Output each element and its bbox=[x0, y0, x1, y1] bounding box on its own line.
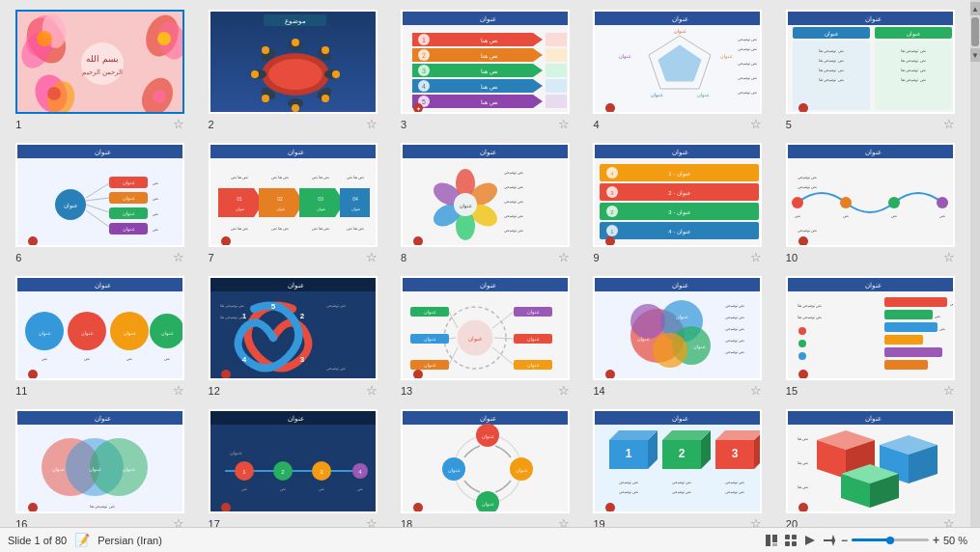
slide-thumbnail[interactable]: موضوع bbox=[209, 10, 378, 114]
slide-thumbnail[interactable]: عنوان 1 2 bbox=[593, 409, 762, 513]
star-icon[interactable]: ☆ bbox=[750, 117, 762, 131]
star-icon[interactable]: ☆ bbox=[366, 250, 378, 264]
slide-thumbnail[interactable]: عنوان عنوان عنوان عنوان عنوان عنوان bbox=[401, 276, 570, 380]
svg-text:نص: نص bbox=[891, 213, 897, 218]
svg-point-353 bbox=[605, 503, 615, 512]
scroll-thumb[interactable] bbox=[971, 17, 979, 46]
star-icon[interactable]: ☆ bbox=[558, 516, 570, 527]
svg-text:عنوان: عنوان bbox=[864, 415, 881, 423]
slide-label-row: 16 ☆ bbox=[15, 516, 184, 527]
slide-item[interactable]: عنوان 01 عنوان 02 عنوان 03 عنوان bbox=[202, 143, 382, 264]
svg-rect-301 bbox=[210, 411, 378, 513]
slide-item[interactable]: عنوان عنوان عنوان عنوان نص توضيحي هنا bbox=[10, 409, 190, 527]
slide-thumbnail[interactable]: عنوان عنوان عنوان عنوان عنوان نص نص نص bbox=[15, 276, 184, 380]
star-icon[interactable]: ☆ bbox=[750, 383, 762, 398]
slides-panel[interactable]: بسم الله الرحمن الرحيم 1 ☆ bbox=[0, 0, 970, 527]
slide-item[interactable]: عنوان عنوان عنوان عنوان عنوان bbox=[395, 409, 575, 527]
zoom-out-button[interactable]: − bbox=[841, 534, 848, 547]
star-icon[interactable]: ☆ bbox=[173, 383, 184, 398]
slide-item[interactable]: عنوان bbox=[780, 409, 961, 527]
svg-text:عنوان: عنوان bbox=[697, 92, 710, 98]
slide-item[interactable]: عنوان نص توضيحي هنا نص توضيحي هنا نص نص … bbox=[780, 276, 961, 398]
svg-marker-58 bbox=[412, 95, 543, 108]
svg-text:01: 01 bbox=[237, 196, 242, 202]
star-icon[interactable]: ☆ bbox=[750, 516, 762, 527]
scroll-up-button[interactable]: ▲ bbox=[970, 2, 980, 15]
slide-thumbnail[interactable]: عنوان عنوان عنوان عنوان نص توضيحي هنا bbox=[15, 409, 184, 513]
slide-item[interactable]: عنوان عنوان عنوان عنوان عنوان عنوان نص ت… bbox=[587, 10, 768, 131]
zoom-in-button[interactable]: + bbox=[933, 534, 939, 547]
slide-item[interactable]: عنوان عنوان عنوان عنوان نص توضيحي نص bbox=[587, 276, 768, 398]
slide-thumbnail[interactable]: عنوان عنوان عنوان عنوان نص توضيحي نص bbox=[593, 276, 762, 380]
vertical-scrollbar[interactable]: ▲ ▼ bbox=[970, 0, 980, 527]
slide-thumbnail[interactable]: عنوان 1 2 3 4 عنوان نص bbox=[209, 409, 378, 513]
slide-item[interactable]: عنوان نص توضيحي نص توضيحي نص نص bbox=[780, 143, 961, 264]
star-icon[interactable]: ☆ bbox=[943, 516, 955, 527]
scroll-down-button[interactable]: ▼ bbox=[970, 48, 980, 62]
svg-text:عنوان: عنوان bbox=[423, 362, 435, 369]
normal-view-icon[interactable] bbox=[764, 533, 779, 548]
slide-number: 4 bbox=[593, 119, 599, 130]
star-icon[interactable]: ☆ bbox=[943, 117, 955, 131]
slide-thumbnail[interactable]: عنوان عنوان عنوان عنوان عنوان عنوان نص ت… bbox=[593, 10, 762, 114]
slide-thumbnail[interactable]: عنوان نص توضيحي هنا نص توضيحي هنا نص نص … bbox=[786, 276, 955, 380]
slide-thumbnail[interactable]: بسم الله الرحمن الرحيم bbox=[15, 10, 184, 114]
slide-item[interactable]: موضوع bbox=[202, 10, 382, 131]
svg-rect-375 bbox=[785, 541, 790, 546]
slide-thumbnail[interactable]: عنوان عنوان - 1 عنوان - 2 عنوان - 3 عنوا… bbox=[593, 143, 762, 247]
star-icon[interactable]: ☆ bbox=[558, 250, 570, 264]
svg-point-13 bbox=[47, 87, 61, 100]
star-icon[interactable]: ☆ bbox=[558, 383, 570, 398]
star-icon[interactable]: ☆ bbox=[558, 117, 570, 131]
svg-text:نص توضيحي هنا: نص توضيحي هنا bbox=[798, 303, 822, 308]
slide-item[interactable]: عنوان 1 نص هنا 2 نص هنا bbox=[395, 10, 575, 131]
slide-item[interactable]: عنوان عنوان نص تو bbox=[395, 143, 575, 264]
slide-item[interactable]: عنوان 1 2 bbox=[587, 409, 768, 527]
notes-icon[interactable]: 📝 bbox=[74, 533, 90, 547]
svg-text:عنوان: عنوان bbox=[672, 282, 688, 290]
svg-text:نص هنا نص: نص هنا نص bbox=[311, 175, 328, 179]
slide-thumbnail[interactable]: عنوان 01 عنوان 02 عنوان 03 عنوان bbox=[209, 143, 378, 247]
star-icon[interactable]: ☆ bbox=[366, 383, 378, 398]
svg-text:نص: نص bbox=[84, 356, 90, 361]
star-icon[interactable]: ☆ bbox=[173, 117, 184, 131]
svg-point-286 bbox=[798, 327, 806, 335]
star-icon[interactable]: ☆ bbox=[173, 250, 184, 264]
slide-item[interactable]: عنوان عنوان عنوان عنوان عنوان عنوان bbox=[395, 276, 575, 398]
slide-thumbnail[interactable]: عنوان 1 2 3 4 5 نص تو bbox=[209, 276, 378, 380]
settings-icon[interactable] bbox=[822, 533, 837, 548]
star-icon[interactable]: ☆ bbox=[366, 117, 378, 131]
slide-item[interactable]: عنوان 1 2 3 4 5 نص تو bbox=[202, 276, 382, 398]
slide-item[interactable]: عنوان عنوان عنوان عنوان عنوان نص نص نص bbox=[10, 276, 190, 398]
star-icon[interactable]: ☆ bbox=[173, 516, 184, 527]
star-icon[interactable]: ☆ bbox=[943, 250, 955, 264]
slide-thumbnail[interactable]: عنوان عنوان نص تو bbox=[401, 143, 570, 247]
slide-label-row: 11 ☆ bbox=[15, 383, 184, 398]
presentation-icon[interactable] bbox=[802, 533, 818, 548]
slide-item[interactable]: عنوان 1 2 3 4 عنوان نص bbox=[202, 409, 382, 527]
svg-point-191 bbox=[792, 197, 803, 208]
svg-text:نص: نص bbox=[319, 486, 324, 491]
slide-thumbnail[interactable]: عنوان عنوان عنوان عنوان bbox=[15, 143, 184, 247]
slide-label-row: 12 ☆ bbox=[209, 383, 378, 398]
star-icon[interactable]: ☆ bbox=[750, 250, 762, 264]
slide-item[interactable]: بسم الله الرحمن الرحيم 1 ☆ bbox=[10, 10, 190, 131]
svg-text:نص توضيحي: نص توضيحي bbox=[725, 349, 744, 354]
slide-thumbnail[interactable]: عنوان نص توضيحي نص توضيحي نص نص bbox=[786, 143, 955, 247]
zoom-thumb[interactable] bbox=[886, 537, 894, 544]
slide-item[interactable]: عنوان عنوان عنوان عنوان bbox=[10, 143, 190, 264]
slide-item[interactable]: عنوان عنوان - 1 عنوان - 2 عنوان - 3 عنوا… bbox=[587, 143, 768, 264]
star-icon[interactable]: ☆ bbox=[943, 383, 955, 398]
slide-thumbnail[interactable]: عنوان عنوان عنوان عنوان عنوان bbox=[401, 409, 570, 513]
slide-number: 13 bbox=[401, 385, 412, 397]
slide-sorter-icon[interactable] bbox=[783, 533, 798, 548]
slide-thumbnail[interactable]: عنوان 1 نص هنا 2 نص هنا bbox=[401, 10, 570, 114]
zoom-slider[interactable] bbox=[852, 538, 929, 541]
slide-item[interactable]: عنوان عنوان عنوان نص توضيحي هنا نص توضيح… bbox=[780, 10, 961, 131]
slide-thumbnail[interactable]: عنوان عنوان عنوان نص توضيحي هنا نص توضيح… bbox=[786, 10, 955, 114]
status-right: − + 50 % bbox=[764, 533, 972, 548]
svg-point-7 bbox=[37, 31, 52, 46]
slide-thumbnail[interactable]: عنوان bbox=[786, 409, 955, 513]
svg-text:5: 5 bbox=[270, 302, 275, 311]
star-icon[interactable]: ☆ bbox=[366, 516, 378, 527]
